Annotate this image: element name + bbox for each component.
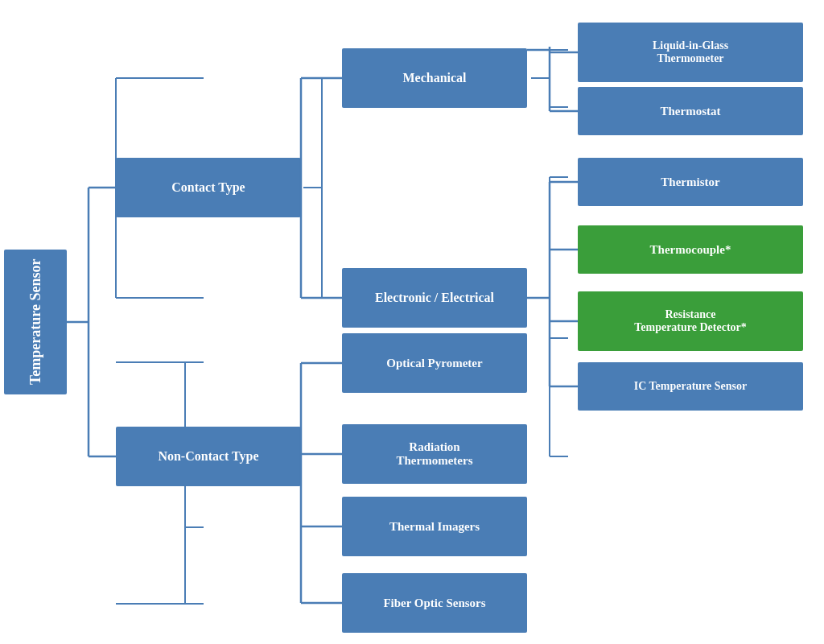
node-fiber: Fiber Optic Sensors [342,573,527,633]
node-rtd: Resistance Temperature Detector* [578,291,803,351]
node-liquid: Liquid-in-Glass Thermometer [578,23,803,82]
node-root: Temperature Sensor [4,250,67,394]
node-optical: Optical Pyrometer [342,333,527,393]
node-radiation: Radiation Thermometers [342,424,527,484]
node-ic: IC Temperature Sensor [578,362,803,411]
node-thermistor: Thermistor [578,158,803,206]
node-noncontact: Non-Contact Type [116,427,301,486]
diagram: Temperature Sensor Contact Type Non-Cont… [0,0,824,644]
node-thermostat: Thermostat [578,87,803,135]
node-electronic: Electronic / Electrical [342,268,527,328]
node-contact: Contact Type [116,158,301,217]
node-mechanical: Mechanical [342,48,527,108]
node-thermocouple: Thermocouple* [578,225,803,274]
node-thermal: Thermal Imagers [342,497,527,556]
